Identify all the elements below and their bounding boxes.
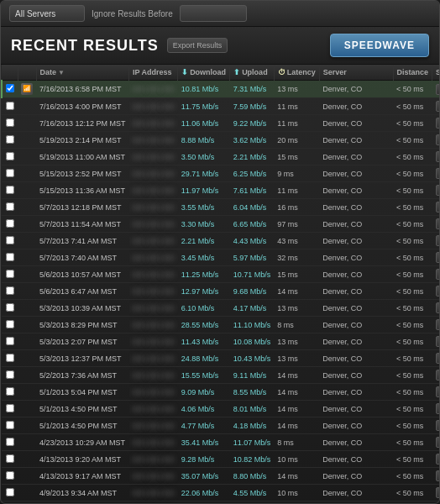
cell-server: Denver, CO xyxy=(319,81,393,98)
row-checkbox[interactable] xyxy=(6,152,14,160)
cell-upload: 4.43 Mb/s xyxy=(230,233,275,249)
share-button[interactable]: Share xyxy=(436,235,439,246)
row-checkbox[interactable] xyxy=(6,286,14,295)
cell-upload: 3.62 Mb/s xyxy=(230,132,275,149)
cell-server: Denver, CO xyxy=(319,485,393,501)
row-checkbox[interactable] xyxy=(6,370,14,379)
cell-server: Denver, CO xyxy=(319,283,393,300)
share-button[interactable]: Share xyxy=(436,336,439,347)
row-checkbox[interactable] xyxy=(6,454,14,463)
row-checkbox[interactable] xyxy=(6,387,14,396)
cell-distance: < 50 ms xyxy=(393,417,432,434)
share-button[interactable]: Share xyxy=(436,252,439,263)
share-button[interactable]: Share xyxy=(436,202,439,213)
export-button[interactable]: Export Results xyxy=(167,38,228,53)
cell-upload: 4.47 Mb/s xyxy=(230,501,275,504)
cell-distance: < 50 ms xyxy=(393,317,432,333)
cell-latency: 14 ms xyxy=(274,367,319,384)
cell-date: 4/9/2013 9:34 AM MST xyxy=(36,485,129,501)
share-button[interactable]: Share xyxy=(436,269,439,280)
share-button[interactable]: Share xyxy=(436,134,439,145)
th-date[interactable]: Date ▼ xyxy=(36,65,129,81)
row-checkbox[interactable] xyxy=(6,270,14,278)
server-select[interactable]: All Servers xyxy=(9,5,85,22)
row-checkbox[interactable] xyxy=(6,169,14,177)
row-checkbox[interactable] xyxy=(6,118,14,127)
th-download[interactable]: ⬇ Download xyxy=(178,65,230,81)
share-button[interactable]: Share xyxy=(436,353,439,364)
cell-download: 3.50 Mb/s xyxy=(178,149,230,165)
cell-server: Denver, CO xyxy=(319,468,393,485)
cell-distance: < 50 ms xyxy=(393,249,432,266)
ignore-select[interactable] xyxy=(180,5,247,22)
cell-latency: 10 ms xyxy=(274,451,319,468)
cell-server: Denver, CO xyxy=(319,300,393,317)
th-icon xyxy=(18,65,36,81)
share-button[interactable]: Share xyxy=(436,168,439,179)
share-button[interactable]: Share xyxy=(436,302,439,313)
cell-upload: 9.68 Mb/s xyxy=(230,283,275,300)
share-button[interactable]: Share xyxy=(436,487,439,498)
row-checkbox[interactable] xyxy=(6,253,14,261)
row-checkbox[interactable] xyxy=(6,354,14,362)
share-button[interactable]: Share xyxy=(436,84,439,95)
row-checkbox[interactable] xyxy=(6,438,14,446)
cell-ip: 000.000.000 xyxy=(129,350,178,367)
share-button[interactable]: Share xyxy=(436,437,439,448)
row-checkbox[interactable] xyxy=(6,320,14,328)
row-checkbox[interactable] xyxy=(6,337,14,345)
cell-distance: < 50 ms xyxy=(393,199,432,216)
share-button[interactable]: Share xyxy=(436,370,439,381)
row-checkbox[interactable] xyxy=(6,471,14,480)
share-button[interactable]: Share xyxy=(436,403,439,414)
wifi-icon: 📶 xyxy=(21,83,33,95)
cell-latency: 32 ms xyxy=(274,249,319,266)
cell-upload: 4.55 Mb/s xyxy=(230,485,275,501)
th-ip[interactable]: IP Address xyxy=(129,65,178,81)
row-checkbox[interactable] xyxy=(6,488,14,496)
cell-ip: 000.000.000 xyxy=(129,182,178,199)
share-button[interactable]: Share xyxy=(436,420,439,431)
share-button[interactable]: Share xyxy=(436,185,439,196)
share-button[interactable]: Share xyxy=(436,286,439,297)
th-upload[interactable]: ⬆ Upload xyxy=(230,65,275,81)
share-button[interactable]: Share xyxy=(436,218,439,229)
row-checkbox[interactable] xyxy=(6,236,14,244)
results-table-container[interactable]: Date ▼ IP Address ⬇ Download xyxy=(1,65,439,503)
share-button[interactable]: Share xyxy=(436,470,439,481)
cell-download: 9.09 Mb/s xyxy=(178,384,230,401)
cell-upload: 9.11 Mb/s xyxy=(230,367,275,384)
cell-date: 4/13/2013 9:17 AM MST xyxy=(36,468,129,485)
speedwave-button[interactable]: SPEEDWAVE xyxy=(330,34,429,57)
cell-date: 7/16/2013 12:12 PM MST xyxy=(36,115,129,132)
cell-download: 3.55 Mb/s xyxy=(178,199,230,216)
cell-date: 5/7/2013 11:54 AM MST xyxy=(36,216,129,233)
share-button[interactable]: Share xyxy=(436,101,439,112)
th-distance[interactable]: Distance xyxy=(393,65,432,81)
row-checkbox[interactable] xyxy=(6,404,14,412)
th-server[interactable]: Server xyxy=(319,65,393,81)
row-checkbox[interactable] xyxy=(6,219,14,228)
row-checkbox[interactable] xyxy=(6,84,14,92)
share-button[interactable]: Share xyxy=(436,386,439,397)
share-button[interactable]: Share xyxy=(436,454,439,465)
cell-date: 5/2/2013 7:36 AM MST xyxy=(36,367,129,384)
latency-icon: ⏱ xyxy=(278,68,285,76)
share-button[interactable]: Share xyxy=(436,151,439,162)
row-checkbox[interactable] xyxy=(6,102,14,110)
cell-download: 22.06 Mb/s xyxy=(178,485,230,501)
cell-ip: 000.000.000 xyxy=(129,216,178,233)
cell-upload: 10.71 Mb/s xyxy=(230,266,275,283)
row-checkbox[interactable] xyxy=(6,135,14,144)
share-button[interactable]: Share xyxy=(436,118,439,129)
share-button[interactable]: Share xyxy=(436,319,439,330)
row-checkbox[interactable] xyxy=(6,421,14,429)
row-checkbox[interactable] xyxy=(6,186,14,194)
cell-upload: 8.80 Mb/s xyxy=(230,468,275,485)
cell-upload: 8.55 Mb/s xyxy=(230,384,275,401)
row-checkbox[interactable] xyxy=(6,303,14,312)
cell-download: 9.28 Mb/s xyxy=(178,451,230,468)
cell-date: 5/1/2013 4:50 PM MST xyxy=(36,417,129,434)
row-checkbox[interactable] xyxy=(6,202,14,211)
th-latency[interactable]: ⏱ Latency xyxy=(274,65,319,81)
